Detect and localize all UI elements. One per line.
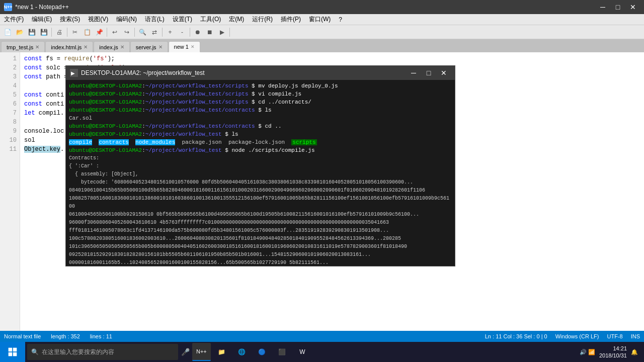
redo-button[interactable]: ↪ <box>121 27 132 38</box>
play-macro-button[interactable]: ▶ <box>216 27 227 38</box>
svg-rect-3 <box>13 348 17 352</box>
system-clock: 14:21 2018/10/31 <box>599 345 627 359</box>
tab-index-js[interactable]: index.js ✕ <box>94 41 129 52</box>
line-num: 3 <box>0 72 17 81</box>
tab-bar: tmp_test.js ✕ index.html.js ✕ index.js ✕… <box>0 39 644 52</box>
tab-close-icon[interactable]: ✕ <box>158 44 163 50</box>
cut-button[interactable]: ✂ <box>69 27 80 38</box>
line-numbers: 1 2 3 4 5 6 7 8 9 10 11 <box>0 52 20 331</box>
window-title: *new 1 - Notepad++ <box>15 4 596 11</box>
terminal-line: ubuntu@DESKTOP-LO1AMA2:~/project/workflo… <box>69 82 452 90</box>
terminal-maximize[interactable]: □ <box>422 66 436 80</box>
tab-close-icon[interactable]: ✕ <box>84 44 88 50</box>
menu-edit[interactable]: 编辑(E) <box>28 14 56 25</box>
taskbar: 🔍 在这里输入您要搜索的内容 🎤 N++ 📁 🌐 🔵 ⬛ W 🔊 📶 14:21… <box>0 342 644 362</box>
terminal-line: ubuntu@DESKTOP-LO1AMA2:~/project/workflo… <box>69 146 452 154</box>
copy-button[interactable]: 📋 <box>82 27 93 38</box>
tab-new-1[interactable]: new 1 ✕ <box>169 41 200 52</box>
title-bar: N++ *new 1 - Notepad++ ─ □ ✕ <box>0 0 644 14</box>
menu-view[interactable]: 视图(V) <box>84 14 112 25</box>
taskbar-word[interactable]: W <box>293 343 311 361</box>
save-all-button[interactable]: 💾 <box>38 27 49 38</box>
menu-help[interactable]: ? <box>335 14 346 25</box>
line-num: 4 <box>0 81 17 90</box>
print-button[interactable]: 🖨 <box>54 27 65 38</box>
terminal-body[interactable]: ubuntu@DESKTOP-LO1AMA2:~/project/workflo… <box>66 80 455 266</box>
menu-tools[interactable]: 工具(O) <box>196 14 225 25</box>
terminal-line: ubuntu@DESKTOP-LO1AMA2:~/project/workflo… <box>69 122 452 130</box>
toolbar-separator-7 <box>229 28 230 37</box>
terminal-bytecode: 08401906100415b65b05000100d5b65b82804600… <box>69 187 452 195</box>
menu-search[interactable]: 搜索(S) <box>56 14 84 25</box>
clock-date: 2018/10/31 <box>599 352 627 359</box>
tab-index-html[interactable]: index.html.js ✕ <box>45 41 93 52</box>
new-file-button[interactable]: 📄 <box>2 27 13 38</box>
tab-modified-indicator: ✕ <box>191 44 195 49</box>
start-button[interactable] <box>0 342 25 362</box>
tab-close-icon[interactable]: ✕ <box>120 44 124 50</box>
minimize-button[interactable]: ─ <box>596 0 610 14</box>
terminal-bytecode-4: 96000f30608060405260043610610 4b5763ffff… <box>69 219 452 227</box>
clock-time: 14:21 <box>613 345 627 352</box>
tab-close-icon[interactable]: ✕ <box>35 44 39 50</box>
line-num: 6 <box>0 100 17 109</box>
save-button[interactable]: 💾 <box>26 27 37 38</box>
cortana-button[interactable]: 🎤 <box>180 342 190 362</box>
zoom-in-button[interactable]: + <box>165 27 176 38</box>
terminal-line: ubuntu@DESKTOP-LO1AMA2:~/project/workflo… <box>69 106 452 114</box>
terminal-line: ubuntu@DESKTOP-LO1AMA2:~/project/workflo… <box>69 90 452 98</box>
svg-rect-2 <box>9 348 13 352</box>
svg-text:▶: ▶ <box>71 70 75 76</box>
terminal-controls: ─ □ ✕ <box>407 66 451 80</box>
menu-window[interactable]: 窗口(W) <box>305 14 335 25</box>
tab-server-js[interactable]: server.js ✕ <box>130 41 168 52</box>
terminal-close[interactable]: ✕ <box>437 66 451 80</box>
status-ins-mode: INS <box>631 333 640 339</box>
open-file-button[interactable]: 📂 <box>14 27 25 38</box>
menu-file[interactable]: 文件(F) <box>0 14 28 25</box>
tab-label: server.js <box>136 44 156 50</box>
menu-language[interactable]: 语言(L) <box>141 14 169 25</box>
terminal-json-output: Contracts: { ':Car' : { assembly: [Objec… <box>69 154 452 187</box>
toolbar-separator-6 <box>190 28 190 37</box>
menu-plugins[interactable]: 插件(P) <box>277 14 305 25</box>
tab-label: tmp_test.js <box>7 44 33 50</box>
tab-tmp-test[interactable]: tmp_test.js ✕ <box>1 41 45 52</box>
replace-button[interactable]: ⇄ <box>149 27 160 38</box>
undo-button[interactable]: ↩ <box>109 27 120 38</box>
record-macro-button[interactable]: ⏺ <box>192 27 203 38</box>
terminal-minimize[interactable]: ─ <box>407 66 421 80</box>
terminal-line: ubuntu@DESKTOP-LO1AMA2:~/project/workflo… <box>69 98 452 106</box>
terminal-output: Car.sol <box>69 114 452 122</box>
line-num: 1 <box>0 54 17 63</box>
status-encoding: Windows (CR LF) <box>555 333 599 339</box>
stop-macro-button[interactable]: ⏹ <box>204 27 215 38</box>
paste-button[interactable]: 📌 <box>94 27 105 38</box>
menu-run[interactable]: 运行(R) <box>248 14 277 25</box>
terminal-title-bar: ▶ DESKTOP-LO1AMA2: ~/project/workflow_te… <box>66 66 455 80</box>
search-bar[interactable]: 🔍 在这里输入您要搜索的内容 <box>27 344 178 360</box>
status-bar: Normal text file length : 352 lines : 11… <box>0 331 644 342</box>
toolbar-separator-4 <box>134 28 135 37</box>
zoom-out-button[interactable]: - <box>177 27 188 38</box>
taskbar-explorer[interactable]: 📁 <box>213 343 231 361</box>
notification-icon[interactable]: 🔔 <box>631 349 638 355</box>
taskbar-notepad[interactable]: N++ <box>192 343 211 361</box>
line-num: 8 <box>0 118 17 127</box>
status-lines: lines : 11 <box>90 333 112 339</box>
taskbar-chrome[interactable]: 🔵 <box>253 343 271 361</box>
maximize-button[interactable]: □ <box>611 0 625 14</box>
menu-encoding[interactable]: 编码(N) <box>112 14 141 25</box>
find-button[interactable]: 🔍 <box>137 27 148 38</box>
taskbar-edge[interactable]: 🌐 <box>233 343 251 361</box>
toolbar-separator-2 <box>67 28 67 37</box>
close-button[interactable]: ✕ <box>626 0 640 14</box>
menu-macro[interactable]: 宏(M) <box>225 14 248 25</box>
menu-settings[interactable]: 设置(T) <box>169 14 196 25</box>
terminal-bytecode-3: 0610094565b506100bb929150610 0bf565b5090… <box>69 211 452 219</box>
taskbar-apps: N++ 📁 🌐 🔵 ⬛ W <box>190 343 574 361</box>
line-num: 7 <box>0 109 17 118</box>
taskbar-terminal[interactable]: ⬛ <box>273 343 291 361</box>
line-num: 5 <box>0 90 17 100</box>
search-placeholder: 在这里输入您要搜索的内容 <box>42 348 114 356</box>
